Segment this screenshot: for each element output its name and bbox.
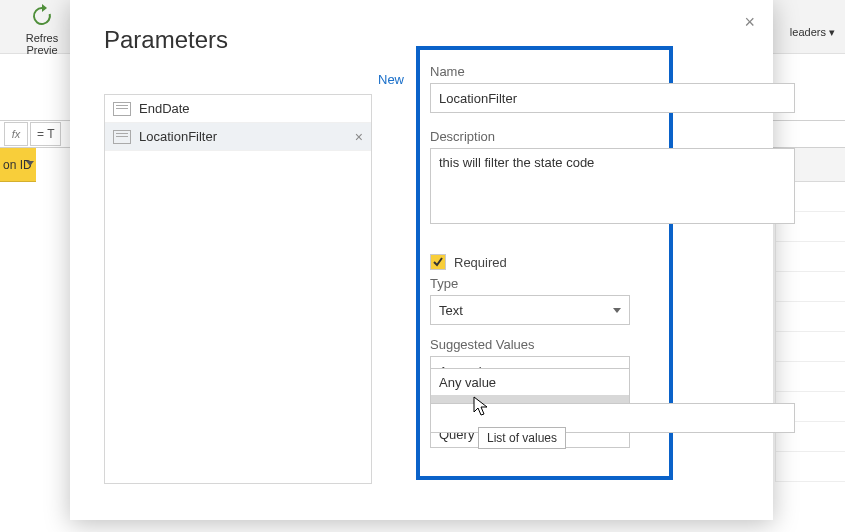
- name-input[interactable]: [430, 83, 795, 113]
- tooltip: List of values: [478, 427, 566, 449]
- parameter-item-enddate[interactable]: EndDate: [105, 95, 371, 123]
- description-label: Description: [430, 129, 810, 144]
- parameter-list: EndDate LocationFilter ×: [104, 94, 372, 484]
- refresh-label-2: Previe: [14, 44, 70, 56]
- option-any-value[interactable]: Any value: [431, 369, 629, 395]
- headers-dropdown[interactable]: leaders ▾: [790, 26, 835, 39]
- required-checkbox[interactable]: [430, 254, 446, 270]
- suggested-values-label: Suggested Values: [430, 337, 810, 352]
- table-cell: [775, 452, 845, 482]
- parameter-item-label: EndDate: [139, 101, 190, 116]
- chevron-down-icon: [613, 308, 621, 313]
- parameter-icon: [113, 130, 131, 144]
- type-label: Type: [430, 276, 810, 291]
- parameter-item-locationfilter[interactable]: LocationFilter ×: [105, 123, 371, 151]
- close-icon[interactable]: ×: [744, 12, 755, 33]
- parameter-icon: [113, 102, 131, 116]
- fx-indicator: fx: [4, 122, 28, 146]
- type-value: Text: [439, 303, 463, 318]
- required-label: Required: [454, 255, 507, 270]
- type-select[interactable]: Text: [430, 295, 630, 325]
- new-parameter-link[interactable]: New: [378, 72, 404, 87]
- formula-bar[interactable]: = T: [30, 122, 61, 146]
- parameter-item-label: LocationFilter: [139, 129, 217, 144]
- remove-parameter-icon[interactable]: ×: [355, 129, 363, 145]
- description-input[interactable]: [430, 148, 795, 224]
- parameters-dialog: × Parameters New EndDate LocationFilter …: [70, 0, 773, 520]
- name-label: Name: [430, 64, 810, 79]
- column-header[interactable]: on ID: [0, 148, 36, 182]
- refresh-label-1: Refres: [14, 32, 70, 44]
- refresh-preview-button[interactable]: Refres Previe: [14, 2, 70, 56]
